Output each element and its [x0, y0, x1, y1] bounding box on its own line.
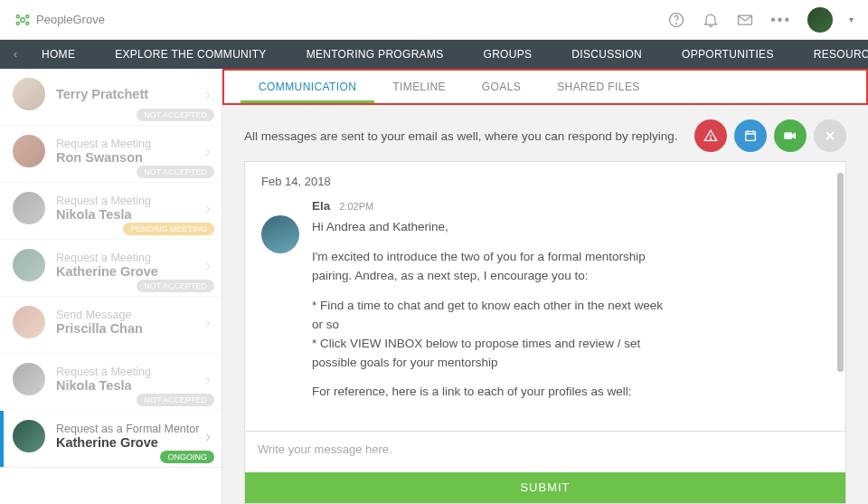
chevron-right-icon: ›	[205, 313, 211, 332]
alert-icon	[703, 128, 718, 143]
action-buttons	[694, 119, 846, 152]
tab-timeline[interactable]: TIMELINE	[374, 71, 464, 103]
tab-communication[interactable]: COMMUNICATION	[241, 71, 374, 103]
svg-point-4	[26, 22, 29, 24]
sidebar-item[interactable]: Request a MeetingNikola Tesla›PENDING ME…	[0, 183, 222, 240]
svg-point-1	[16, 14, 19, 17]
alert-button[interactable]	[694, 119, 727, 152]
sidebar-item[interactable]: Terry Pratchett›NOT ACCEPTED	[0, 69, 222, 126]
chevron-right-icon: ›	[205, 427, 211, 446]
nav-explore[interactable]: EXPLORE THE COMMUNITY	[115, 48, 266, 61]
video-button[interactable]	[774, 119, 807, 152]
chevron-right-icon: ›	[205, 85, 211, 104]
message-paragraph: * Find a time to chat and get to know ea…	[312, 297, 674, 373]
sidebar-item[interactable]: Request as a Formal MentorKatherine Grov…	[0, 411, 222, 468]
logo[interactable]: PeopleGrove	[14, 12, 105, 28]
contact-name: Nikola Tesla	[56, 378, 205, 393]
nav-scroll-left[interactable]: ‹	[0, 48, 31, 61]
contact-subtitle: Request a Meeting	[56, 138, 205, 150]
nav-discussion[interactable]: DISCUSSION	[571, 48, 642, 61]
peoplegrove-icon	[14, 12, 31, 28]
message-panel: Feb 14, 2018 Ela 2:02PM Hi Andrea and Ka…	[244, 161, 846, 504]
chevron-right-icon: ›	[205, 256, 211, 275]
tab-shared-files[interactable]: SHARED FILES	[539, 71, 658, 103]
contact-subtitle: Request a Meeting	[56, 252, 205, 264]
contact-avatar	[13, 363, 45, 395]
topbar: PeopleGrove ••• ▾	[0, 0, 868, 40]
calendar-icon	[743, 128, 758, 143]
top-icons: ••• ▾	[667, 7, 854, 33]
message-time: 2:02PM	[339, 201, 373, 212]
scrollbar[interactable]	[837, 173, 844, 372]
video-icon	[782, 128, 798, 144]
status-badge: NOT ACCEPTED	[137, 394, 214, 406]
contact-name: Nikola Tesla	[56, 207, 205, 222]
sidebar: Terry Pratchett›NOT ACCEPTEDRequest a Me…	[0, 69, 222, 504]
compose: SUBMIT	[245, 431, 845, 503]
status-badge: NOT ACCEPTED	[137, 280, 214, 292]
user-avatar[interactable]	[807, 7, 833, 33]
close-button[interactable]	[814, 119, 846, 152]
message-paragraph: Hi Andrea and Katherine,	[312, 218, 674, 237]
calendar-button[interactable]	[734, 119, 767, 152]
svg-point-8	[710, 138, 711, 139]
svg-point-0	[21, 17, 25, 22]
status-badge: ONGOING	[160, 451, 214, 463]
contact-avatar	[13, 306, 45, 338]
email-notice: All messages are sent to your email as w…	[244, 129, 678, 143]
contact-subtitle: Request a Meeting	[56, 195, 205, 207]
contact-name: Katherine Grove	[56, 435, 205, 450]
contact-avatar	[13, 78, 45, 110]
sidebar-item[interactable]: Request a MeetingNikola Tesla›NOT ACCEPT…	[0, 354, 222, 411]
message-paragraph: For reference, here is a link to each of…	[312, 383, 674, 402]
status-badge: NOT ACCEPTED	[137, 166, 214, 178]
navbar: ‹ HOME EXPLORE THE COMMUNITY MENTORING P…	[0, 40, 868, 69]
status-badge: NOT ACCEPTED	[137, 109, 214, 121]
contact-subtitle: Send Message	[56, 309, 205, 321]
contact-name: Ron Swanson	[56, 150, 205, 165]
chevron-right-icon: ›	[205, 199, 211, 218]
nav-groups[interactable]: GROUPS	[484, 48, 533, 61]
nav-opportunities[interactable]: OPPORTUNITIES	[682, 48, 774, 61]
bell-icon[interactable]	[702, 11, 720, 29]
nav-mentoring[interactable]: MENTORING PROGRAMS	[307, 48, 444, 61]
mail-icon[interactable]	[736, 11, 754, 29]
nav-scroll-right[interactable]: ›	[832, 48, 863, 61]
sidebar-item[interactable]: Send MessagePriscilla Chan›	[0, 297, 222, 354]
contact-subtitle: Request as a Formal Mentor	[56, 423, 205, 435]
tab-content: All messages are sent to your email as w…	[222, 105, 868, 504]
message-text: Hi Andrea and Katherine,I'm excited to i…	[312, 218, 674, 402]
sidebar-item[interactable]: Request a MeetingRon Swanson›NOT ACCEPTE…	[0, 126, 222, 183]
svg-point-2	[26, 14, 29, 17]
user-menu-chevron[interactable]: ▾	[849, 14, 854, 24]
contact-subtitle: Request a Meeting	[56, 366, 205, 378]
sidebar-item[interactable]: Request a MeetingKatherine Grove›NOT ACC…	[0, 240, 222, 297]
status-badge: PENDING MEETING	[123, 223, 214, 235]
svg-point-3	[16, 22, 19, 24]
tab-goals[interactable]: GOALS	[464, 71, 539, 103]
more-icon[interactable]: •••	[770, 12, 791, 28]
help-icon[interactable]	[667, 11, 685, 29]
svg-rect-9	[746, 131, 756, 140]
svg-point-6	[676, 23, 677, 24]
tabs: COMMUNICATION TIMELINE GOALS SHARED FILE…	[222, 69, 868, 105]
contact-avatar	[13, 249, 45, 281]
contact-name: Katherine Grove	[56, 264, 205, 279]
compose-input[interactable]	[245, 432, 845, 470]
message-date: Feb 14, 2018	[261, 175, 829, 188]
nav-items: HOME EXPLORE THE COMMUNITY MENTORING PRO…	[42, 48, 868, 61]
svg-rect-7	[739, 15, 752, 24]
close-icon	[824, 129, 836, 142]
contact-avatar	[13, 135, 45, 167]
message-paragraph: I'm excited to introduce the two of you …	[312, 248, 674, 286]
contact-name: Terry Pratchett	[56, 87, 205, 101]
chevron-right-icon: ›	[205, 142, 211, 161]
nav-home[interactable]: HOME	[42, 48, 75, 61]
svg-rect-10	[784, 132, 792, 139]
contact-avatar	[13, 420, 45, 452]
main: Terry Pratchett›NOT ACCEPTEDRequest a Me…	[0, 69, 868, 504]
brand-name: PeopleGrove	[36, 13, 105, 26]
submit-button[interactable]: SUBMIT	[245, 472, 845, 503]
message-author: Ela	[312, 199, 330, 213]
message-avatar	[261, 215, 299, 253]
